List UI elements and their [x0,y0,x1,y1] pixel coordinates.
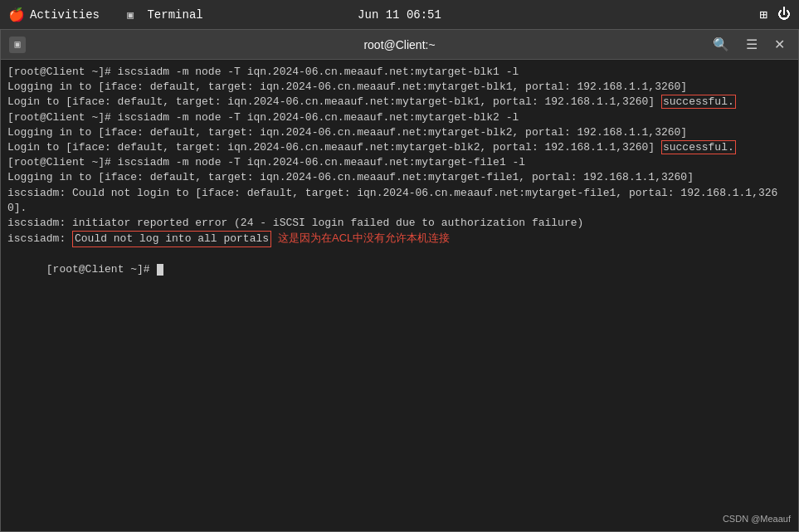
line4-text: [root@Client ~]# iscsiadm -m node -T iqn… [7,111,519,124]
cursor [157,264,163,276]
line1-text: [root@Client ~]# iscsiadm -m node -T iqn… [7,66,519,78]
line12-prompt: [root@Client ~]# [46,263,157,276]
terminal-window: ▣ root@Client:~ 🔍 ☰ ✕ [root@Client ~]# i… [0,29,799,532]
line9-text: iscsiadm: Could not login to [iface: def… [7,187,777,214]
success-highlight-2: successful. [661,140,736,154]
line11-pre: iscsiadm: [7,232,72,246]
close-button[interactable]: ✕ [769,35,790,54]
terminal-line-4: [root@Client ~]# iscsiadm -m node -T iqn… [7,110,792,125]
terminal-content[interactable]: [root@Client ~]# iscsiadm -m node -T iqn… [1,60,798,531]
terminal-line-8: Logging in to [iface: default, target: i… [7,170,792,185]
terminal-line-2: Logging in to [iface: default, target: i… [7,80,792,95]
line7-text: [root@Client ~]# iscsiadm -m node -T iqn… [7,156,525,168]
system-bar-left: 🍎 Activities ▣ Terminal [8,7,203,23]
terminal-line-1: [root@Client ~]# iscsiadm -m node -T iqn… [7,65,792,80]
line2-text: Logging in to [iface: default, target: i… [7,81,687,93]
terminal-titlebar: ▣ root@Client:~ 🔍 ☰ ✕ [1,30,798,60]
terminal-line-11: iscsiadm: Could not log into all portals… [7,231,792,247]
terminal-icon-bar: ▣ [127,8,134,22]
terminal-title: root@Client:~ [363,38,435,51]
chinese-annotation: 这是因为在ACL中没有允许本机连接 [278,231,450,246]
line5-text: Logging in to [iface: default, target: i… [7,126,687,139]
terminal-titlebar-controls: 🔍 ☰ ✕ [708,35,790,54]
terminal-line-6: Login to [iface: default, target: iqn.20… [7,140,792,155]
line3-pre: Login to [iface: default, target: iqn.20… [7,95,661,108]
watermark: CSDN @Meaauf [723,514,791,524]
line6-pre: Login to [iface: default, target: iqn.20… [7,141,661,154]
terminal-line-5: Logging in to [iface: default, target: i… [7,125,792,140]
network-icon: ⊞ [759,7,767,23]
could-not-box: Could not log into all portals [72,231,271,247]
system-bar: 🍎 Activities ▣ Terminal Jun 11 06:51 ⊞ ⏻ [0,0,799,29]
line8-text: Logging in to [iface: default, target: i… [7,171,694,183]
activities-label[interactable]: Activities [30,8,100,22]
terminal-line-9: iscsiadm: Could not login to [iface: def… [7,186,792,216]
terminal-line-12: [root@Client ~]# [7,247,792,293]
terminal-line-7: [root@Client ~]# iscsiadm -m node -T iqn… [7,155,792,170]
terminal-window-icon: ▣ [9,37,26,53]
success-highlight-1: successful. [661,95,736,109]
line10-text: iscsiadm: initiator reported error (24 -… [7,217,583,229]
power-icon[interactable]: ⏻ [777,7,791,22]
terminal-bar-label[interactable]: Terminal [147,8,202,22]
terminal-line-3: Login to [iface: default, target: iqn.20… [7,95,792,110]
activities-icon: 🍎 [8,7,25,23]
menu-button[interactable]: ☰ [741,35,762,54]
terminal-line-10: iscsiadm: initiator reported error (24 -… [7,216,792,231]
system-bar-datetime: Jun 11 06:51 [358,8,441,22]
system-bar-right: ⊞ ⏻ [759,7,791,23]
search-button[interactable]: 🔍 [708,35,734,54]
